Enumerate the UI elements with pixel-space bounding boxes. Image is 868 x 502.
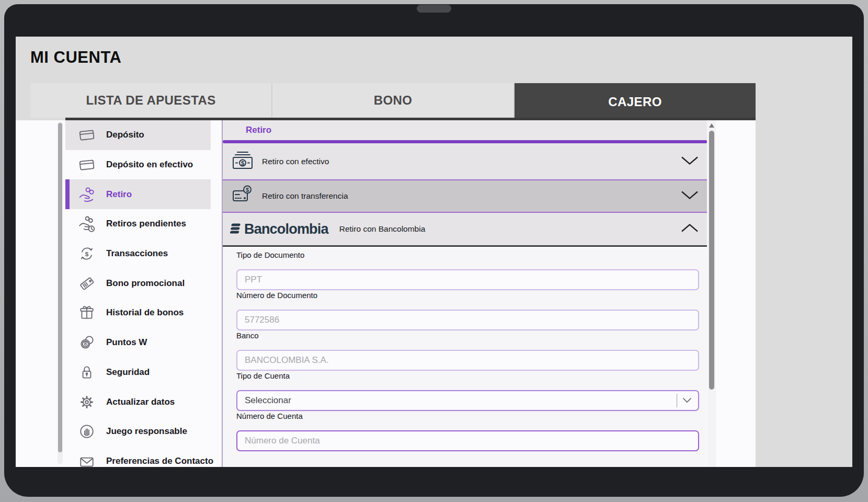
tab-cajero[interactable]: CAJERO xyxy=(515,83,756,120)
tipo-de-cuenta-select[interactable]: Seleccionar xyxy=(236,390,699,411)
select-divider xyxy=(677,394,677,407)
coins-icon: 8 xyxy=(77,333,96,352)
hand-coins-clock-icon xyxy=(77,214,96,233)
currency-cycle-icon: $ xyxy=(77,244,96,263)
numero-de-documento-input[interactable] xyxy=(236,310,699,330)
field-tipo-de-cuenta: Tipo de Cuenta Seleccionar xyxy=(236,371,699,411)
content-scrollbar-thumb[interactable] xyxy=(709,131,714,390)
sidebar-item-historial-de-bonos[interactable]: Historial de bonos xyxy=(65,298,211,328)
sidebar-item-label: Puntos W xyxy=(106,337,147,348)
tipo-de-documento-input[interactable] xyxy=(236,269,699,290)
tab-bar: LISTA DE APUESTAS BONO CAJERO xyxy=(30,83,756,118)
accordion-label: Retiro con transferencia xyxy=(262,191,348,201)
sidebar-item-actualizar-datos[interactable]: Actualizar datos xyxy=(65,387,211,417)
sidebar-item-label: Depósito en efectivo xyxy=(106,159,193,170)
sidebar-item-label: Retiros pendientes xyxy=(106,219,186,229)
sidebar-item-retiros-pendientes[interactable]: Retiros pendientes xyxy=(65,209,211,239)
envelope-icon xyxy=(77,452,96,467)
field-banco: Banco xyxy=(236,331,699,371)
field-label: Banco xyxy=(236,331,699,341)
field-label: Número de Documento xyxy=(236,291,699,301)
hand-coins-icon xyxy=(77,185,96,204)
field-label: Tipo de Documento xyxy=(236,250,699,261)
price-tag-icon xyxy=(77,274,96,293)
credit-card-icon xyxy=(77,126,96,144)
sidebar-item-retiro[interactable]: Retiro xyxy=(65,179,211,209)
sidebar-item-seguridad[interactable]: Seguridad xyxy=(65,358,211,387)
accordion-label: Retiro con efectivo xyxy=(262,157,329,166)
svg-text:$: $ xyxy=(246,187,249,193)
sidebar-item-label: Juego responsable xyxy=(106,426,187,437)
svg-text:$: $ xyxy=(85,250,89,257)
chevron-down-icon xyxy=(681,156,699,167)
content-scrollbar[interactable] xyxy=(707,120,716,467)
section-header: Retiro xyxy=(223,120,707,140)
select-value: Seleccionar xyxy=(245,395,291,406)
scrollbar-up-arrow-icon[interactable] xyxy=(709,123,714,128)
sidebar-item-label: Retiro xyxy=(106,189,132,200)
padlock-icon xyxy=(77,363,96,382)
sidebar-item-label: Preferencias de Contacto xyxy=(106,456,213,466)
bancolombia-mark-icon xyxy=(229,222,242,236)
cajero-panel: Depósito Depósito en efectivo Retiro xyxy=(16,120,756,467)
sidebar-item-label: Actualizar datos xyxy=(106,397,175,407)
svg-text:$: $ xyxy=(241,159,244,166)
gift-icon xyxy=(77,303,96,322)
gear-icon xyxy=(77,393,96,412)
field-label: Número de Cuenta xyxy=(236,412,699,422)
field-label: Tipo de Cuenta xyxy=(236,371,699,382)
numero-de-cuenta-input[interactable] xyxy=(236,430,699,451)
sidebar-item-juego-responsable[interactable]: Juego responsable xyxy=(65,417,211,447)
sidebar-item-preferencias-de-contacto[interactable]: Preferencias de Contacto xyxy=(65,447,211,467)
sidebar-item-deposito-en-efectivo[interactable]: Depósito en efectivo xyxy=(65,150,211,180)
chevron-down-icon xyxy=(682,396,692,405)
sidebar-item-label: Bono promocional xyxy=(106,278,185,289)
sidebar-item-label: Depósito xyxy=(106,130,144,140)
cashier-content: Retiro $ Retiro con efectivo $ Retiro c xyxy=(222,120,707,467)
accordion-retiro-con-transferencia[interactable]: $ Retiro con transferencia xyxy=(223,180,707,213)
sidebar-item-label: Historial de bonos xyxy=(106,307,184,318)
sidebar-item-puntos-w[interactable]: 8 Puntos W xyxy=(65,328,211,358)
banknote-icon: $ xyxy=(231,150,255,174)
tab-bono[interactable]: BONO xyxy=(272,83,515,118)
bancolombia-withdraw-form: Tipo de Documento Número de Documento Ba… xyxy=(223,248,707,467)
account-sidebar: Depósito Depósito en efectivo Retiro xyxy=(65,120,211,467)
bancolombia-logo: Bancolombia xyxy=(229,221,328,237)
tab-lista-de-apuestas[interactable]: LISTA DE APUESTAS xyxy=(30,83,272,118)
sidebar-item-transacciones[interactable]: $ Transacciones xyxy=(65,239,211,269)
stop-hand-icon xyxy=(77,422,96,441)
device-camera-notch xyxy=(417,5,451,13)
field-numero-de-cuenta: Número de Cuenta xyxy=(236,412,699,451)
sidebar-item-bono-promocional[interactable]: Bono promocional xyxy=(65,268,211,298)
sidebar-scrollbar-thumb[interactable] xyxy=(58,123,62,452)
tablet-device-frame: MI CUENTA LISTA DE APUESTAS BONO CAJERO … xyxy=(0,0,868,502)
banco-input[interactable] xyxy=(236,350,699,371)
app-screen: MI CUENTA LISTA DE APUESTAS BONO CAJERO … xyxy=(16,37,852,467)
accordion-retiro-con-efectivo[interactable]: $ Retiro con efectivo xyxy=(223,143,707,180)
chevron-down-icon xyxy=(681,191,699,202)
field-tipo-de-documento: Tipo de Documento xyxy=(236,250,699,290)
svg-text:8: 8 xyxy=(84,341,87,347)
sidebar-item-label: Transacciones xyxy=(106,248,168,259)
accordion-label: Retiro con Bancolombia xyxy=(339,224,426,234)
sidebar-scrollbar[interactable] xyxy=(58,122,63,464)
sidebar-item-deposito[interactable]: Depósito xyxy=(65,120,211,150)
sidebar-item-label: Seguridad xyxy=(106,367,150,378)
card-coin-icon: $ xyxy=(231,185,255,208)
chevron-up-icon xyxy=(681,224,699,235)
bancolombia-wordmark: Bancolombia xyxy=(244,221,328,237)
field-numero-de-documento: Número de Documento xyxy=(236,291,699,330)
page-title: MI CUENTA xyxy=(30,48,121,67)
accordion-retiro-con-bancolombia[interactable]: Bancolombia Retiro con Bancolombia xyxy=(223,213,707,247)
credit-card-icon xyxy=(77,155,96,174)
